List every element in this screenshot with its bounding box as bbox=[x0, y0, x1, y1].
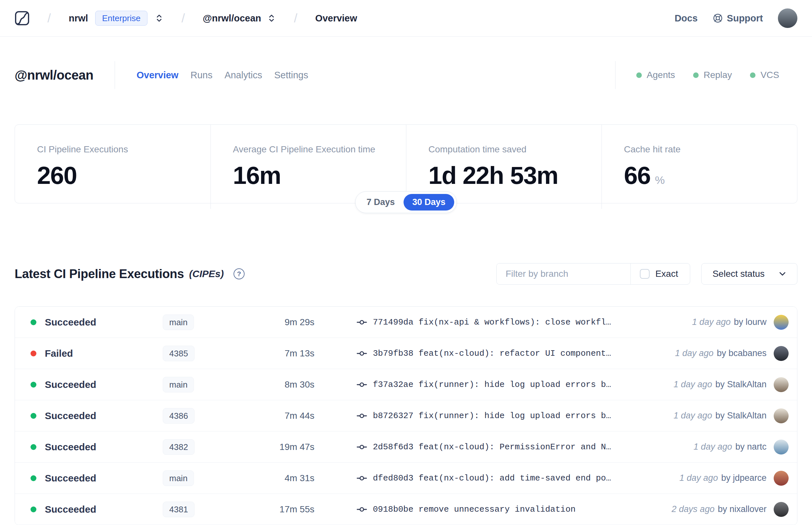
commit-message[interactable]: f37a32ae fix(runner): hide log upload er… bbox=[373, 380, 611, 390]
stat-label: Average CI Pipeline Execution time bbox=[233, 144, 384, 155]
org-name[interactable]: nrwl bbox=[69, 13, 88, 24]
stat-ci-pipeline-executions: CI Pipeline Executions 260 bbox=[15, 125, 211, 209]
status-label: Succeeded bbox=[45, 441, 96, 452]
git-commit-icon bbox=[356, 348, 368, 359]
git-commit-icon bbox=[356, 410, 368, 422]
time-ago: 1 day ago bbox=[679, 473, 718, 483]
breadcrumb: / nrwl Enterprise / @nrwl/ocean / Overvi… bbox=[15, 11, 357, 26]
git-commit-icon bbox=[356, 316, 368, 328]
breadcrumb-separator: / bbox=[182, 11, 185, 25]
author-avatar[interactable] bbox=[774, 502, 788, 517]
branch-badge[interactable]: 4381 bbox=[163, 501, 195, 517]
tab-analytics[interactable]: Analytics bbox=[225, 70, 262, 80]
service-status-dot bbox=[750, 73, 755, 78]
tab-settings[interactable]: Settings bbox=[274, 70, 308, 80]
branch-badge[interactable]: main bbox=[163, 377, 194, 392]
range-option[interactable]: 30 Days bbox=[403, 194, 454, 211]
author-avatar[interactable] bbox=[774, 408, 788, 423]
tab-runs[interactable]: Runs bbox=[190, 70, 212, 80]
branch-badge[interactable]: 4382 bbox=[163, 439, 195, 455]
table-row[interactable]: Succeeded 4382 19m 47s 2d58f6d3 feat(nx-… bbox=[15, 432, 797, 463]
nx-cloud-logo-icon[interactable] bbox=[15, 11, 30, 26]
time-ago: 1 day ago bbox=[674, 411, 712, 421]
status-label: Succeeded bbox=[45, 504, 96, 515]
workspace-header: @nrwl/ocean Overview Runs Analytics Sett… bbox=[15, 58, 797, 92]
commit-message[interactable]: 2d58f6d3 feat(nx-cloud): PermissionError… bbox=[373, 442, 611, 452]
breadcrumb-separator: / bbox=[294, 11, 297, 25]
service-status-group: Agents Replay VCS bbox=[615, 61, 779, 89]
branch-badge[interactable]: main bbox=[163, 470, 194, 486]
time-ago: 1 day ago bbox=[692, 317, 731, 327]
author-avatar[interactable] bbox=[774, 346, 788, 361]
range-option[interactable]: 7 Days bbox=[357, 194, 403, 211]
branch-filter-group: Exact bbox=[496, 263, 690, 285]
author: by lourw bbox=[734, 317, 767, 327]
commit-message[interactable]: 0918b0be remove unnecessary invalidation bbox=[373, 505, 576, 514]
commit-message[interactable]: 3b79fb38 feat(nx-cloud): refactor UI com… bbox=[373, 349, 611, 358]
git-commit-icon bbox=[356, 504, 368, 515]
stat-label: Computation time saved bbox=[428, 144, 580, 155]
exact-label: Exact bbox=[656, 269, 678, 279]
branch-badge[interactable]: 4385 bbox=[163, 346, 195, 361]
branch-filter-input[interactable] bbox=[496, 264, 630, 284]
table-row[interactable]: Failed 4385 7m 13s 3b79fb38 feat(nx-clou… bbox=[15, 338, 797, 369]
git-commit-icon bbox=[356, 379, 368, 390]
stat-label: CI Pipeline Executions bbox=[37, 144, 188, 155]
duration-value: 8m 30s bbox=[247, 379, 315, 390]
workspace-tabs: Overview Runs Analytics Settings bbox=[136, 70, 308, 80]
table-row[interactable]: Succeeded main 4m 31s dfed80d3 feat(nx-c… bbox=[15, 463, 797, 494]
cipe-table-body: Succeeded main 9m 29s 771499da fix(nx-ap… bbox=[15, 307, 797, 525]
author: by nixallover bbox=[718, 504, 767, 514]
author-avatar[interactable] bbox=[774, 471, 788, 486]
service-vcs[interactable]: VCS bbox=[750, 70, 779, 80]
time-ago: 1 day ago bbox=[674, 379, 712, 390]
service-agents[interactable]: Agents bbox=[636, 70, 675, 80]
duration-value: 9m 29s bbox=[247, 317, 315, 328]
duration-value: 7m 13s bbox=[247, 348, 315, 359]
author: by StalkAltan bbox=[715, 379, 767, 390]
commit-message[interactable]: dfed80d3 feat(nx-cloud): add time-saved … bbox=[373, 473, 611, 483]
table-row[interactable]: Succeeded main 8m 30s f37a32ae fix(runne… bbox=[15, 369, 797, 400]
workspace-switcher-icon[interactable] bbox=[267, 14, 276, 23]
table-row[interactable]: Succeeded main 9m 29s 771499da fix(nx-ap… bbox=[15, 307, 797, 338]
stat-label: Cache hit rate bbox=[624, 144, 775, 155]
stat-value: 66 bbox=[624, 161, 650, 190]
commit-message[interactable]: b8726327 fix(runner): hide log upload er… bbox=[373, 411, 611, 421]
table-row[interactable]: Succeeded 4381 17m 55s 0918b0be remove u… bbox=[15, 494, 797, 525]
chevron-down-icon bbox=[778, 269, 787, 279]
user-avatar[interactable] bbox=[778, 9, 797, 28]
service-replay[interactable]: Replay bbox=[693, 70, 732, 80]
time-ago: 1 day ago bbox=[675, 348, 714, 358]
stat-value: 1d 22h 53m bbox=[428, 161, 558, 190]
status-dot bbox=[31, 413, 36, 419]
workspace-name[interactable]: @nrwl/ocean bbox=[203, 13, 261, 24]
cipes-header: Latest CI Pipeline Executions (CIPEs) ? … bbox=[15, 263, 797, 285]
author-avatar[interactable] bbox=[774, 377, 788, 392]
author-avatar[interactable] bbox=[774, 439, 788, 454]
date-range-toggle: 7 Days 30 Days bbox=[355, 191, 457, 213]
current-page-crumb: Overview bbox=[316, 13, 357, 24]
org-switcher-icon[interactable] bbox=[155, 14, 164, 23]
status-dot bbox=[31, 444, 36, 450]
author-avatar[interactable] bbox=[774, 315, 788, 330]
docs-link[interactable]: Docs bbox=[675, 13, 698, 24]
branch-badge[interactable]: 4386 bbox=[163, 408, 195, 424]
time-ago: 2 days ago bbox=[672, 504, 715, 514]
status-label: Failed bbox=[45, 348, 73, 359]
git-commit-icon bbox=[356, 472, 368, 484]
exact-checkbox[interactable] bbox=[640, 269, 649, 279]
stat-cache-hit-rate: Cache hit rate 66 % bbox=[601, 125, 797, 209]
section-title-suffix: (CIPEs) bbox=[189, 268, 224, 280]
author: by bcabanes bbox=[717, 348, 767, 358]
tab-overview[interactable]: Overview bbox=[136, 70, 178, 80]
support-link[interactable]: Support bbox=[713, 13, 763, 24]
commit-message[interactable]: 771499da fix(nx-api & workflows): close … bbox=[373, 317, 611, 327]
help-icon[interactable]: ? bbox=[233, 268, 245, 280]
service-status-dot bbox=[636, 73, 642, 78]
author: by StalkAltan bbox=[715, 411, 767, 421]
status-dot bbox=[31, 319, 36, 325]
branch-badge[interactable]: main bbox=[163, 314, 194, 330]
status-select-button[interactable]: Select status bbox=[701, 263, 797, 285]
stat-value: 260 bbox=[37, 161, 77, 190]
table-row[interactable]: Succeeded 4386 7m 44s b8726327 fix(runne… bbox=[15, 400, 797, 432]
